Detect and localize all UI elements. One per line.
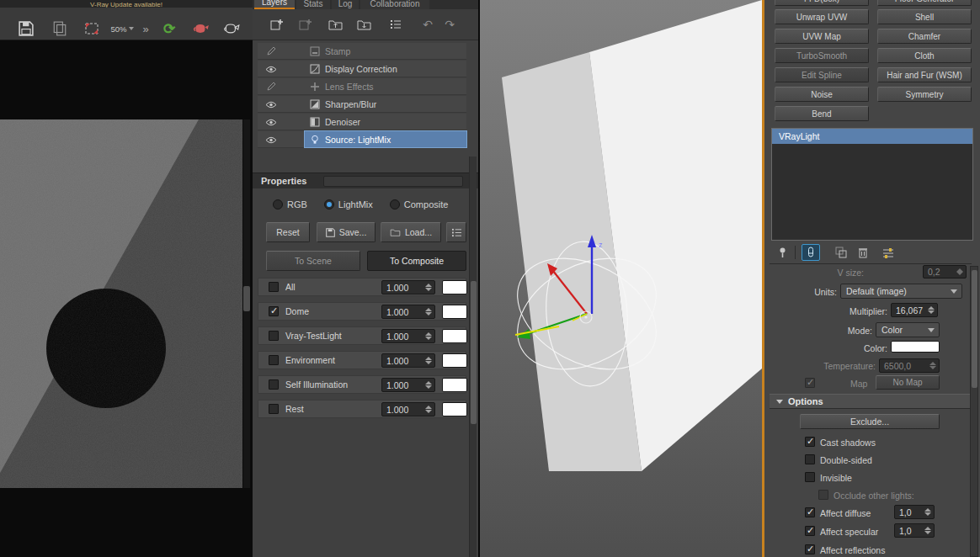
cast-shadows-checkbox[interactable] <box>805 437 815 447</box>
layer-row-sharpen-blur[interactable]: Sharpen/Blur <box>258 96 466 113</box>
options-rollout-header[interactable]: Options <box>770 394 970 409</box>
pin-stack-icon[interactable] <box>773 244 791 261</box>
multiplier-spinner[interactable]: 1.000 <box>381 305 435 319</box>
layer-row-denoiser[interactable]: Denoiser <box>258 114 466 130</box>
multiplier-spinner[interactable]: 1.000 <box>381 329 435 343</box>
to-composite-button[interactable]: To Composite <box>367 251 466 271</box>
save-layer-tree-icon[interactable] <box>325 16 345 33</box>
add-layer-icon[interactable] <box>266 16 286 33</box>
layer-row-source-lightmix[interactable]: Source: LightMix <box>258 131 466 148</box>
checkbox[interactable] <box>269 331 279 341</box>
undo-icon[interactable]: ↶ <box>418 16 438 33</box>
modifier-button-cloth[interactable]: Cloth <box>877 48 972 63</box>
refresh-render-icon[interactable]: ⟳ <box>158 19 180 38</box>
modifier-button-edit-spline[interactable]: Edit Spline <box>775 67 869 82</box>
remove-modifier-icon[interactable] <box>854 244 872 261</box>
load-layer-tree-icon[interactable] <box>354 16 374 33</box>
show-end-result-icon[interactable] <box>802 244 820 261</box>
save-button[interactable]: Save... <box>317 222 375 242</box>
command-panel-scrollbar[interactable] <box>970 266 978 557</box>
duplicate-layer-icon[interactable] <box>295 16 315 33</box>
copy-image-icon[interactable] <box>49 19 71 38</box>
properties-filter-field[interactable] <box>323 176 463 187</box>
checkbox[interactable] <box>269 404 279 414</box>
affect-specular-checkbox[interactable] <box>805 526 815 536</box>
affect-diffuse-spinner[interactable]: 1,0 <box>894 505 935 519</box>
modifier-button-symmetry[interactable]: Symmetry <box>877 87 972 102</box>
layers-panel-scrollbar[interactable] <box>469 156 477 557</box>
redo-icon[interactable]: ↷ <box>439 16 460 33</box>
affect-specular-spinner[interactable]: 1,0 <box>894 523 935 538</box>
render-last-teapot-icon[interactable] <box>190 19 212 38</box>
viewport-canvas[interactable]: z <box>480 0 762 557</box>
color-swatch[interactable] <box>442 378 467 392</box>
map-checkbox[interactable] <box>805 378 815 388</box>
radio-lightmix[interactable]: LightMix <box>324 199 373 210</box>
make-unique-icon[interactable] <box>832 244 850 261</box>
mode-dropdown[interactable]: Color <box>876 322 940 337</box>
checkbox[interactable] <box>269 282 279 292</box>
multiplier-spinner[interactable]: 1.000 <box>381 378 435 392</box>
lightmix-menu-button[interactable] <box>446 222 466 242</box>
color-swatch[interactable] <box>442 402 467 416</box>
light-color-swatch[interactable] <box>891 341 940 353</box>
reset-button[interactable]: Reset <box>266 222 310 242</box>
modifier-button-floor-generator[interactable]: Floor Generator <box>877 0 972 6</box>
multiplier-spinner[interactable]: 1.000 <box>381 353 435 368</box>
multiplier-spinner[interactable]: 1.000 <box>381 280 435 294</box>
configure-modifier-sets-icon[interactable] <box>879 244 897 261</box>
invisible-checkbox[interactable] <box>805 472 815 482</box>
eye-icon[interactable] <box>263 116 280 128</box>
modifier-button-uvw-map[interactable]: UVW Map <box>775 29 869 44</box>
color-swatch[interactable] <box>442 280 467 294</box>
modifier-button-noise[interactable]: Noise <box>775 87 869 102</box>
affect-reflections-checkbox[interactable] <box>805 544 815 554</box>
toolbar-overflow-button[interactable]: » <box>138 19 153 38</box>
layers-panel-scrollbar-thumb[interactable] <box>471 281 477 424</box>
occlude-other-lights-checkbox[interactable] <box>818 490 828 500</box>
affect-diffuse-checkbox[interactable] <box>805 507 815 517</box>
map-button[interactable]: No Map <box>876 375 940 390</box>
update-banner[interactable]: V-Ray Update available! <box>0 0 253 8</box>
eye-icon[interactable] <box>263 63 280 75</box>
checkbox[interactable] <box>269 306 279 316</box>
modifier-stack-list[interactable]: VRayLight <box>771 128 973 241</box>
modifier-button-hair-and-fur[interactable]: Hair and Fur (WSM) <box>877 67 972 82</box>
modifier-button-ffd-box[interactable]: FFD(box) <box>775 0 869 6</box>
modifier-button-chamfer[interactable]: Chamfer <box>877 29 972 44</box>
checkbox[interactable] <box>269 379 279 390</box>
save-image-icon[interactable] <box>15 19 37 38</box>
vfb-scrollbar[interactable] <box>243 119 250 488</box>
layer-row-display-correction[interactable]: Display Correction <box>258 61 466 77</box>
command-panel-scrollbar-thumb[interactable] <box>972 270 977 388</box>
load-button[interactable]: Load... <box>381 222 441 242</box>
region-render-icon[interactable] <box>81 19 103 38</box>
color-swatch[interactable] <box>442 329 467 343</box>
radio-rgb[interactable]: RGB <box>273 199 307 210</box>
modifier-button-unwrap-uvw[interactable]: Unwrap UVW <box>775 9 869 24</box>
exclude-button[interactable]: Exclude... <box>800 414 940 429</box>
tab-stats[interactable]: Stats <box>296 0 330 9</box>
eye-icon[interactable] <box>263 98 280 110</box>
multiplier-spinner[interactable]: 1.000 <box>381 402 435 416</box>
radio-composite[interactable]: Composite <box>390 199 449 210</box>
modifier-button-shell[interactable]: Shell <box>877 9 972 24</box>
tab-collaboration[interactable]: Collaboration <box>360 0 429 9</box>
layer-list-icon[interactable] <box>386 16 406 33</box>
tab-log[interactable]: Log <box>332 0 359 9</box>
vfb-scrollbar-thumb[interactable] <box>243 286 250 311</box>
to-scene-button[interactable]: To Scene <box>266 251 360 271</box>
eye-icon[interactable] <box>263 134 280 146</box>
double-sided-checkbox[interactable] <box>805 454 815 464</box>
render-teapot-icon[interactable] <box>221 19 242 38</box>
stack-item-vraylight[interactable]: VRayLight <box>772 129 972 144</box>
modifier-button-bend[interactable]: Bend <box>775 106 869 121</box>
temperature-spinner[interactable]: 6500,0 <box>879 358 940 373</box>
modifier-button-turbosmooth[interactable]: TurboSmooth <box>775 48 869 63</box>
edit-pencil-icon[interactable] <box>263 45 280 57</box>
layer-row-stamp[interactable]: Stamp <box>258 43 466 60</box>
multiplier-spinner[interactable]: 16,067 <box>891 303 938 317</box>
tab-layers[interactable]: Layers <box>254 0 295 9</box>
zoom-level-button[interactable]: 50% <box>109 19 135 38</box>
color-swatch[interactable] <box>442 353 467 368</box>
